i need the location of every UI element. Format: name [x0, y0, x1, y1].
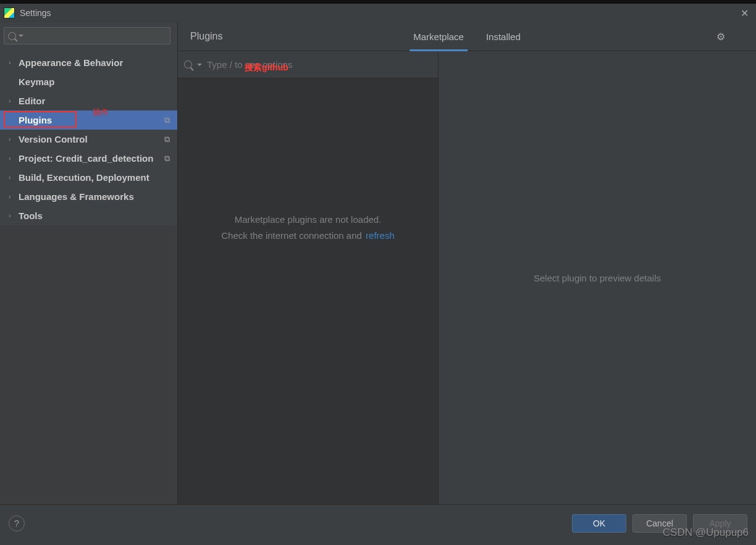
chevron-right-icon: › — [9, 155, 16, 162]
sidebar-item-label: Version Control — [19, 134, 88, 144]
window-title: Settings — [20, 8, 51, 18]
tab-label: Marketplace — [413, 31, 464, 42]
detail-placeholder: Select plugin to preview details — [534, 273, 661, 283]
help-button[interactable]: ? — [9, 515, 25, 531]
sidebar-item-version-control[interactable]: › Version Control ⧉ — [0, 130, 177, 149]
chevron-right-icon: › — [9, 212, 16, 219]
plugin-list-pane: 搜索github Marketplace plugins are not loa… — [178, 51, 439, 504]
search-icon — [184, 60, 192, 69]
copy-icon: ⧉ — [164, 135, 170, 144]
page-title: Plugins — [190, 31, 222, 42]
sidebar-item-languages[interactable]: › Languages & Frameworks — [0, 187, 177, 206]
settings-sidebar: › Appearance & Behavior Keymap › Editor … — [0, 22, 178, 504]
plugin-search-bar[interactable]: 搜索github — [178, 51, 438, 78]
content-header: Plugins Marketplace Installed ⚙ — [178, 22, 756, 51]
chevron-down-icon[interactable] — [19, 35, 23, 37]
sidebar-item-appearance[interactable]: › Appearance & Behavior — [0, 53, 177, 72]
sidebar-item-editor[interactable]: › Editor — [0, 91, 177, 110]
tab-marketplace[interactable]: Marketplace — [412, 22, 465, 51]
content-area: Plugins Marketplace Installed ⚙ 搜索github — [178, 22, 756, 504]
sidebar-item-label: Plugins — [19, 115, 52, 125]
sidebar-item-label: Editor — [19, 96, 45, 106]
close-icon[interactable]: ✕ — [739, 7, 750, 19]
chevron-right-icon: › — [9, 174, 16, 181]
sidebar-item-plugins[interactable]: Plugins ⧉ 插件 — [0, 110, 177, 130]
plugin-detail-pane: Select plugin to preview details — [439, 51, 756, 504]
sidebar-search-input[interactable] — [26, 31, 166, 41]
chevron-down-icon[interactable] — [197, 64, 202, 66]
sidebar-item-label: Tools — [19, 210, 43, 221]
app-icon — [4, 7, 15, 19]
sidebar-item-label: Keymap — [19, 77, 54, 87]
message-line: Marketplace plugins are not loaded. — [178, 212, 438, 228]
sidebar-item-tools[interactable]: › Tools — [0, 206, 177, 225]
gear-icon[interactable]: ⚙ — [716, 31, 725, 43]
copy-icon: ⧉ — [164, 115, 170, 125]
tab-installed[interactable]: Installed — [485, 22, 522, 51]
message-line: Check the internet connection and — [221, 230, 362, 241]
cancel-button[interactable]: Cancel — [632, 514, 687, 533]
sidebar-item-project[interactable]: › Project: Credit_card_detection ⧉ — [0, 149, 177, 168]
titlebar: Settings ✕ — [0, 4, 756, 22]
sidebar-item-label: Project: Credit_card_detection — [19, 153, 153, 164]
settings-tree: › Appearance & Behavior Keymap › Editor … — [0, 49, 177, 225]
sidebar-item-label: Languages & Frameworks — [19, 191, 134, 202]
chevron-right-icon: › — [9, 193, 16, 200]
sidebar-item-label: Appearance & Behavior — [19, 57, 123, 68]
copy-icon: ⧉ — [164, 154, 170, 164]
sidebar-item-label: Build, Execution, Deployment — [19, 172, 149, 183]
plugin-search-input[interactable] — [207, 59, 432, 70]
chevron-right-icon: › — [9, 59, 16, 66]
chevron-right-icon: › — [9, 98, 16, 104]
sidebar-item-keymap[interactable]: Keymap — [0, 72, 177, 91]
sidebar-search[interactable] — [4, 27, 170, 44]
dialog-footer: ? OK Cancel Apply — [0, 504, 756, 541]
tab-label: Installed — [486, 31, 521, 42]
refresh-link[interactable]: refresh — [366, 230, 395, 241]
search-icon — [8, 32, 16, 40]
chevron-right-icon: › — [9, 136, 16, 143]
marketplace-message: Marketplace plugins are not loaded. Chec… — [178, 212, 438, 243]
apply-button[interactable]: Apply — [693, 514, 747, 533]
ok-button[interactable]: OK — [572, 514, 626, 533]
sidebar-item-build[interactable]: › Build, Execution, Deployment — [0, 168, 177, 187]
